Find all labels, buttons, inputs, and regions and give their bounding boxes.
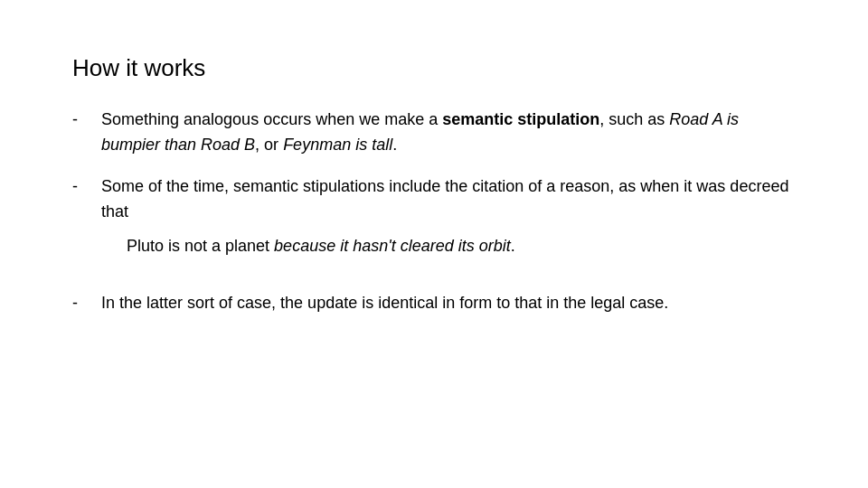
list-item: - Something analogous occurs when we mak… — [72, 108, 796, 158]
page-container: How it works - Something analogous occur… — [0, 0, 868, 488]
bullet-dash: - — [72, 291, 94, 315]
bullet-list: - Something analogous occurs when we mak… — [72, 108, 796, 316]
bullet-dash: - — [72, 174, 94, 199]
bullet-text: Something analogous occurs when we make … — [101, 108, 796, 158]
bullet-text: In the latter sort of case, the update i… — [101, 291, 668, 316]
list-item: - Some of the time, semantic stipulation… — [72, 174, 796, 276]
bullet-text: Some of the time, semantic stipulations … — [101, 174, 796, 225]
bullet-dash: - — [72, 108, 94, 132]
indented-quote: Pluto is not a planet because it hasn't … — [127, 234, 515, 259]
list-item: - In the latter sort of case, the update… — [72, 291, 796, 316]
page-title: How it works — [72, 54, 796, 82]
